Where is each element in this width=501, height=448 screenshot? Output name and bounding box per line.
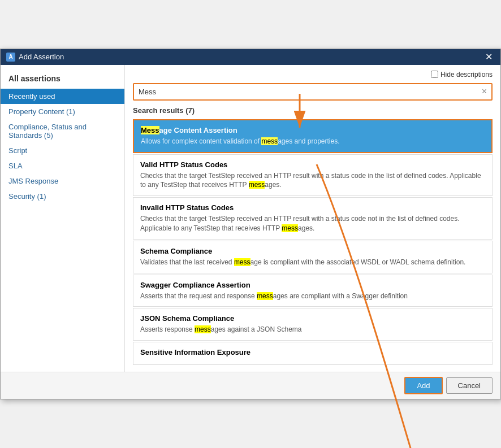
dialog-icon: A (6, 53, 15, 62)
footer: Add Cancel (1, 372, 500, 399)
result-title: Sensitive Information Exposure (140, 348, 485, 356)
sidebar-item-recently-used[interactable]: Recently used (1, 89, 124, 104)
result-desc: Asserts that the request and response me… (140, 292, 485, 301)
cancel-button[interactable]: Cancel (446, 377, 493, 394)
sidebar-heading: All assertions (1, 71, 124, 89)
sidebar-item-security[interactable]: Security (1) (1, 189, 124, 204)
result-title: Message Content Assertion (141, 126, 485, 134)
result-desc: Checks that the target TestStep received… (140, 171, 485, 190)
sidebar: All assertions Recently used Property Co… (1, 65, 125, 372)
search-row: × (133, 83, 493, 101)
dialog-title: Add Assertion (19, 53, 64, 61)
result-desc: Checks that the target TestStep received… (140, 214, 485, 233)
result-title: JSON Schema Compliance (140, 314, 485, 323)
results-header: Search results (7) (133, 106, 493, 115)
sidebar-item-compliance[interactable]: Compliance, Status and Standards (5) (1, 119, 124, 143)
title-bar-left: A Add Assertion (6, 53, 64, 62)
results-list: Message Content Assertion Allows for com… (133, 119, 493, 366)
main-content: Hide descriptions × Search results (7) M… (125, 65, 500, 372)
add-button[interactable]: Add (404, 377, 442, 394)
sidebar-item-jms-response[interactable]: JMS Response (1, 173, 124, 189)
result-item-swagger-compliance[interactable]: Swagger Compliance Assertion Asserts tha… (133, 275, 493, 307)
search-input[interactable] (134, 84, 477, 99)
top-bar: Hide descriptions (133, 71, 493, 79)
result-item-json-schema[interactable]: JSON Schema Compliance Asserts response … (133, 308, 493, 341)
result-desc: Asserts response messages against a JSON… (140, 325, 485, 334)
result-title: Swagger Compliance Assertion (140, 281, 485, 289)
add-assertion-dialog: A Add Assertion ✕ All assertions Recentl… (0, 49, 501, 399)
result-item-invalid-http[interactable]: Invalid HTTP Status Codes Checks that th… (133, 197, 493, 240)
result-title: Schema Compliance (140, 247, 485, 255)
hide-descriptions-checkbox[interactable] (431, 71, 438, 78)
title-bar: A Add Assertion ✕ (1, 49, 500, 65)
result-title: Invalid HTTP Status Codes (140, 203, 485, 212)
hide-descriptions-label[interactable]: Hide descriptions (431, 71, 493, 79)
result-item-sensitive-info[interactable]: Sensitive Information Exposure (133, 342, 493, 365)
dialog-body: All assertions Recently used Property Co… (1, 65, 500, 372)
result-title: Valid HTTP Status Codes (140, 160, 485, 169)
result-item-message-content[interactable]: Message Content Assertion Allows for com… (133, 119, 493, 153)
close-button[interactable]: ✕ (483, 53, 495, 62)
result-item-schema-compliance[interactable]: Schema Compliance Validates that the las… (133, 241, 493, 273)
result-item-valid-http[interactable]: Valid HTTP Status Codes Checks that the … (133, 154, 493, 197)
clear-button[interactable]: × (477, 85, 491, 98)
result-desc: Validates that the last received message… (140, 258, 485, 267)
result-desc: Allows for complex content validation of… (141, 137, 485, 146)
sidebar-item-property-content[interactable]: Property Content (1) (1, 104, 124, 119)
sidebar-item-script[interactable]: Script (1, 143, 124, 158)
sidebar-item-sla[interactable]: SLA (1, 158, 124, 173)
